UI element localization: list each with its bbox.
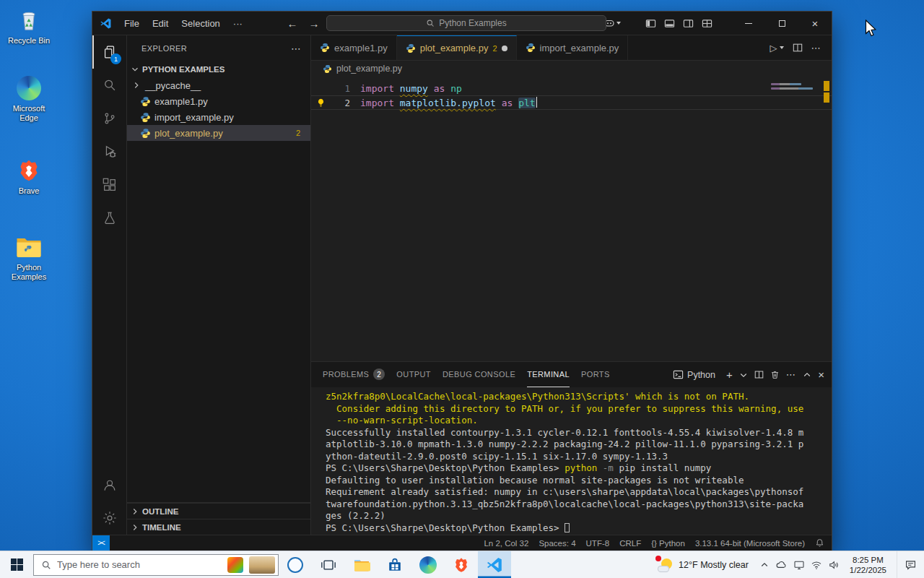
activity-testing-button[interactable]	[92, 202, 126, 235]
close-button[interactable]: ×	[798, 12, 832, 35]
taskbar-file-explorer-button[interactable]	[345, 551, 378, 578]
run-python-file-button[interactable]: ▷	[767, 43, 787, 53]
tab-example1[interactable]: example1.py	[311, 35, 397, 60]
chevron-up-icon	[760, 561, 769, 569]
taskbar-search[interactable]	[33, 554, 279, 576]
desktop-icon-recycle-bin[interactable]: Recycle Bin	[3, 7, 55, 46]
taskbar-vscode-button[interactable]	[478, 551, 511, 578]
kill-terminal-button[interactable]	[770, 370, 780, 379]
tab-ports[interactable]: PORTS	[581, 362, 610, 387]
status-python-interpreter[interactable]: 3.13.1 64-bit (Microsoft Store)	[695, 539, 805, 548]
remote-indicator[interactable]: ><	[92, 535, 110, 551]
overview-ruler[interactable]	[821, 77, 832, 361]
activity-run-debug-button[interactable]	[92, 135, 126, 168]
forward-button[interactable]: →	[306, 17, 322, 30]
recycle-bin-icon	[15, 7, 43, 33]
desktop-icon-edge[interactable]: Microsoft Edge	[3, 75, 55, 123]
menu-edit[interactable]: Edit	[146, 18, 175, 29]
activity-bar: 1	[92, 35, 127, 535]
timeline-section-header[interactable]: TIMELINE	[127, 519, 310, 535]
tab-problems-badge: 2	[492, 44, 497, 53]
minimize-button[interactable]	[732, 12, 765, 35]
minimap[interactable]	[768, 78, 820, 361]
tab-plot-example[interactable]: plot_example.py 2	[397, 35, 517, 60]
tree-item-example1[interactable]: example1.py	[127, 93, 310, 109]
toggle-panel-button[interactable]	[660, 18, 679, 29]
tray-show-hidden-icons-button[interactable]	[756, 551, 773, 578]
status-cursor-position[interactable]: Ln 2, Col 32	[484, 539, 528, 548]
tray-display-icon[interactable]	[790, 551, 808, 578]
more-actions-icon[interactable]: ⋯	[291, 43, 302, 54]
activity-settings-button[interactable]	[92, 501, 126, 535]
panel-more-actions-button[interactable]: ⋯	[786, 369, 797, 380]
status-language-mode[interactable]: {} Python	[651, 539, 685, 548]
start-button[interactable]	[0, 551, 33, 578]
breadcrumb-item: plot_example.py	[336, 64, 402, 74]
activity-explorer-button[interactable]: 1	[92, 35, 126, 69]
taskbar-weather[interactable]: 12°F Mostly clear	[650, 551, 756, 578]
taskbar-edge-button[interactable]	[411, 551, 445, 578]
microsoft-store-icon	[387, 557, 403, 573]
tab-problems[interactable]: PROBLEMS2	[323, 362, 385, 387]
unsaved-dot-icon[interactable]	[502, 46, 507, 51]
desktop-icon-python-examples[interactable]: Python Examples	[3, 234, 55, 282]
tray-volume-icon[interactable]	[825, 551, 842, 578]
terminal-line: Requirement already satisfied: numpy in …	[326, 486, 832, 499]
tab-import-example[interactable]: import_example.py	[517, 35, 629, 60]
gear-icon	[102, 510, 118, 526]
taskbar-search-input[interactable]	[57, 559, 222, 570]
activity-accounts-button[interactable]	[92, 468, 126, 501]
activity-source-control-button[interactable]	[92, 102, 126, 135]
customize-layout-button[interactable]	[697, 18, 716, 29]
tab-terminal[interactable]: TERMINAL	[527, 362, 570, 387]
outline-section-header[interactable]: OUTLINE	[127, 503, 310, 519]
action-center-button[interactable]	[897, 551, 924, 578]
chevron-down-icon	[780, 46, 784, 49]
taskbar-brave-button[interactable]	[445, 551, 478, 578]
taskbar-task-view-button[interactable]	[312, 551, 345, 578]
taskbar-store-button[interactable]	[378, 551, 411, 578]
maximize-button[interactable]	[765, 12, 798, 35]
status-encoding[interactable]: UTF-8	[586, 539, 610, 548]
python-file-icon	[140, 112, 151, 123]
menu-more[interactable]: ···	[227, 18, 249, 29]
code-line[interactable]: 1import numpy as np	[311, 81, 832, 95]
back-button[interactable]: ←	[284, 17, 300, 30]
tree-item-pycache[interactable]: __pycache__	[127, 77, 310, 93]
tab-debug-console[interactable]: DEBUG CONSOLE	[443, 362, 515, 387]
taskbar-clock[interactable]: 8:25 PM 1/22/2025	[842, 555, 894, 575]
status-eol[interactable]: CRLF	[619, 539, 641, 548]
tree-item-plot-example[interactable]: plot_example.py 2	[127, 125, 310, 141]
search-highlight-icon[interactable]	[227, 557, 243, 573]
taskbar-cortana-button[interactable]	[279, 551, 312, 578]
activity-search-button[interactable]	[92, 69, 126, 102]
tree-item-import-example[interactable]: import_example.py	[127, 109, 310, 125]
code-editor[interactable]: 1import numpy as np2import matplotlib.py…	[311, 77, 832, 361]
code-line[interactable]: 2import matplotlib.pyplot as plt	[311, 95, 832, 110]
desktop-icon-brave[interactable]: Brave	[3, 158, 55, 196]
activity-extensions-button[interactable]	[92, 168, 126, 202]
terminal-shell-entry[interactable]: Python	[673, 369, 715, 380]
split-terminal-button[interactable]	[754, 370, 764, 379]
editor-more-actions-button[interactable]: ⋯	[808, 43, 825, 53]
explorer-section-header[interactable]: PYTHON EXAMPLES	[127, 61, 310, 77]
maximize-panel-button[interactable]	[803, 371, 811, 379]
tab-output[interactable]: OUTPUT	[396, 362, 431, 387]
close-panel-button[interactable]: ×	[818, 369, 824, 380]
new-terminal-button[interactable]: +	[726, 369, 733, 380]
terminal-output[interactable]: z5n2kfra8p0\LocalCache\local-packages\Py…	[311, 387, 832, 535]
menu-file[interactable]: File	[118, 18, 146, 29]
search-highlight-image-icon[interactable]	[249, 556, 275, 574]
python-file-icon	[323, 64, 332, 74]
tray-onedrive-icon[interactable]	[773, 551, 790, 578]
toggle-secondary-sidebar-button[interactable]	[679, 18, 697, 29]
tray-network-icon[interactable]	[808, 551, 825, 578]
notifications-bell-icon[interactable]	[815, 538, 824, 548]
menu-selection[interactable]: Selection	[175, 18, 226, 29]
toggle-primary-sidebar-button[interactable]	[641, 18, 660, 29]
status-indentation[interactable]: Spaces: 4	[539, 539, 575, 548]
terminal-dropdown-button[interactable]	[739, 371, 748, 379]
breadcrumb[interactable]: plot_example.py	[311, 61, 832, 77]
split-editor-button[interactable]	[790, 43, 806, 53]
command-center-search[interactable]: Python Examples	[326, 15, 606, 31]
